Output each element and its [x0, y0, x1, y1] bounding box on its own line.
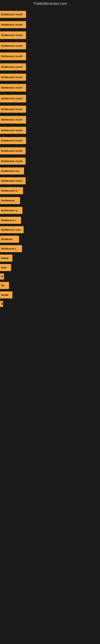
list-item: Bottleneck result	[0, 115, 100, 124]
bottleneck-label: Bottleneck result	[0, 42, 26, 49]
list-item: Bottleneck resu	[0, 226, 100, 234]
list-item: Bottleneck r	[0, 244, 100, 253]
site-title: TheBottlenecker.com	[0, 0, 100, 8]
bottleneck-label: Bottleneck result	[0, 11, 26, 18]
list-item: Bottleneck result	[0, 10, 100, 19]
list-item: Bottleneck result	[0, 73, 100, 82]
bottleneck-label: Bottleneck result	[0, 21, 26, 28]
bottleneck-label: Bottleneck re	[0, 187, 23, 194]
bottleneck-label: Bottleneck result	[0, 106, 26, 113]
bottleneck-label: Bottleneck r	[0, 217, 21, 224]
list-item: Bottleneck result	[0, 136, 100, 145]
list-item: Bottleneck result	[0, 83, 100, 92]
list-item: Bottleneck result	[0, 20, 100, 29]
list-item: Bottlenec	[0, 235, 100, 244]
bottleneck-label: Bottleneck result	[0, 84, 26, 92]
bottleneck-label: Bottleneck re	[0, 207, 22, 214]
list-item: Bottleneck result	[0, 176, 100, 185]
bottleneck-label: Bottleneck result	[0, 64, 26, 70]
bottleneck-label: Bottleneck result	[0, 52, 26, 60]
list-item: Bottle	[0, 290, 100, 299]
list-item: Bottleneck re	[0, 186, 100, 195]
bottleneck-label: Bottleneck result	[0, 32, 26, 39]
bottleneck-label: Bottleneck result	[0, 137, 26, 144]
list-item: B	[0, 273, 100, 280]
list-item: Bo	[0, 281, 100, 290]
list-item: Bottleneck result	[0, 126, 100, 135]
list-item: Bottleneck result	[0, 157, 100, 166]
items-container: Bottleneck resultBottleneck resultBottle…	[0, 8, 100, 310]
bottleneck-label: Bottleneck res	[0, 168, 24, 174]
bottleneck-label: Bottle	[0, 254, 12, 262]
list-item: Bottleneck result	[0, 94, 100, 103]
list-item: Bottleneck r	[0, 216, 100, 224]
bottleneck-label: Bottleneck result	[0, 74, 26, 81]
bottleneck-label: Bottleneck resu	[0, 226, 24, 233]
list-item: B	[0, 300, 100, 308]
bottleneck-label: Bottleneck result	[0, 158, 26, 164]
bottleneck-label: B	[0, 274, 4, 280]
list-item: Bottleneck result	[0, 42, 100, 50]
bottleneck-label: Bottle	[0, 292, 12, 298]
list-item: Bottleneck	[0, 196, 100, 205]
bottleneck-label: B	[0, 301, 3, 307]
bottleneck-label: Bottleneck r	[0, 245, 22, 252]
bottleneck-label: Bottleneck result	[0, 177, 26, 184]
bottleneck-label: Bottleneck result	[0, 127, 26, 134]
list-item: Bott	[0, 263, 100, 272]
bottleneck-label: Bott	[0, 264, 11, 271]
list-item: Bottleneck re	[0, 206, 100, 215]
list-item: Bottle	[0, 254, 100, 262]
list-item: Bottleneck result	[0, 30, 100, 40]
bottleneck-label: Bottlenec	[0, 236, 19, 243]
list-item: Bottleneck res	[0, 167, 100, 175]
bottleneck-label: Bottleneck	[0, 197, 20, 204]
bottleneck-label: Bottleneck result	[0, 95, 26, 102]
list-item: Bottleneck result	[0, 105, 100, 114]
bottleneck-label: Bottleneck result	[0, 147, 26, 154]
list-item: Bottleneck result	[0, 146, 100, 155]
bottleneck-label: Bottleneck result	[0, 116, 26, 124]
list-item: Bottleneck result	[0, 62, 100, 71]
list-item: Bottleneck result	[0, 52, 100, 61]
bottleneck-label: Bo	[0, 282, 9, 289]
